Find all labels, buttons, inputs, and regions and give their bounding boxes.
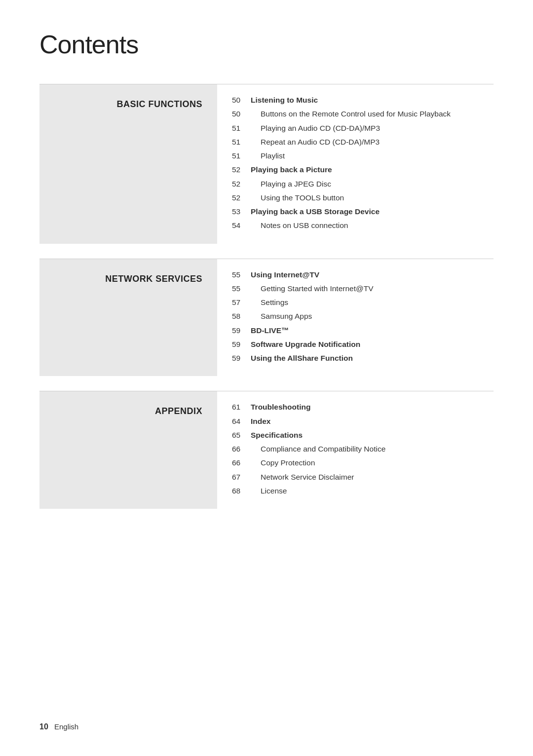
section-label-col-network-services: NETWORK SERVICES — [39, 259, 217, 377]
section-network-services: NETWORK SERVICES55Using Internet@TV55Get… — [39, 259, 494, 377]
toc-entry: 51Playlist — [232, 150, 494, 161]
toc-entry-text: Playing back a USB Storage Device — [251, 206, 380, 217]
footer-language: English — [54, 722, 78, 731]
section-label-col-basic-functions: BASIC FUNCTIONS — [39, 84, 217, 244]
toc-entry-text: Using the AllShare Function — [251, 352, 353, 364]
toc-entry-text: BD-LIVE™ — [251, 325, 289, 336]
section-content-basic-functions: 50Listening to Music50Buttons on the Rem… — [217, 84, 494, 244]
toc-page-number: 51 — [232, 122, 251, 134]
toc-entry-text: Getting Started with Internet@TV — [251, 283, 374, 294]
toc-sections: BASIC FUNCTIONS50Listening to Music50But… — [39, 84, 494, 509]
toc-page-number: 52 — [232, 178, 251, 189]
footer-page-number: 10 — [39, 722, 48, 731]
toc-page-number: 61 — [232, 401, 251, 413]
toc-page-number: 51 — [232, 136, 251, 148]
toc-entry-text: License — [251, 485, 287, 496]
toc-entry-text: Using the TOOLS button — [251, 192, 344, 203]
toc-entry: 64Index — [232, 416, 494, 427]
toc-entry: 51Playing an Audio CD (CD-DA)/MP3 — [232, 122, 494, 134]
toc-entry: 52Playing a JPEG Disc — [232, 178, 494, 189]
toc-entry: 55Using Internet@TV — [232, 269, 494, 280]
toc-entry-text: Copy Protection — [251, 457, 315, 468]
toc-page-number: 55 — [232, 269, 251, 280]
toc-entry-text: Specifications — [251, 429, 303, 441]
toc-entry: 55Getting Started with Internet@TV — [232, 283, 494, 294]
toc-page-number: 64 — [232, 416, 251, 427]
toc-page-number: 54 — [232, 220, 251, 231]
toc-page-number: 52 — [232, 164, 251, 175]
section-label-appendix: APPENDIX — [155, 406, 202, 416]
section-content-appendix: 61Troubleshooting64Index65Specifications… — [217, 391, 494, 509]
toc-page-number: 67 — [232, 471, 251, 483]
toc-entry: 57Settings — [232, 297, 494, 308]
toc-page-number: 50 — [232, 108, 251, 119]
toc-entry-text: Playing an Audio CD (CD-DA)/MP3 — [251, 122, 380, 134]
toc-entry: 68License — [232, 485, 494, 496]
toc-entry: 52Using the TOOLS button — [232, 192, 494, 203]
toc-entry: 58Samsung Apps — [232, 310, 494, 322]
toc-entry: 66Copy Protection — [232, 457, 494, 468]
toc-page-number: 59 — [232, 339, 251, 350]
section-content-network-services: 55Using Internet@TV55Getting Started wit… — [217, 259, 494, 377]
toc-entry-text: Index — [251, 416, 270, 427]
toc-entry-text: Notes on USB connection — [251, 220, 348, 231]
toc-entry: 50Buttons on the Remote Control used for… — [232, 108, 494, 119]
toc-entry-text: Settings — [251, 297, 288, 308]
section-label-basic-functions: BASIC FUNCTIONS — [117, 99, 203, 110]
toc-page-number: 57 — [232, 297, 251, 308]
toc-page-number: 66 — [232, 457, 251, 468]
toc-entry: 65Specifications — [232, 429, 494, 441]
section-basic-functions: BASIC FUNCTIONS50Listening to Music50But… — [39, 84, 494, 244]
toc-entry-text: Playlist — [251, 150, 285, 161]
toc-page-number: 59 — [232, 352, 251, 364]
section-label-network-services: NETWORK SERVICES — [105, 274, 202, 284]
toc-entry: 59BD-LIVE™ — [232, 325, 494, 336]
toc-entry: 53Playing back a USB Storage Device — [232, 206, 494, 217]
toc-entry: 67Network Service Disclaimer — [232, 471, 494, 483]
toc-entry-text: Troubleshooting — [251, 401, 310, 413]
toc-entry-text: Listening to Music — [251, 94, 318, 106]
page-title: Contents — [39, 30, 494, 59]
toc-page-number: 51 — [232, 150, 251, 161]
toc-page-number: 52 — [232, 192, 251, 203]
toc-entry: 59Software Upgrade Notification — [232, 339, 494, 350]
toc-entry-text: Playing a JPEG Disc — [251, 178, 331, 189]
toc-page-number: 65 — [232, 429, 251, 441]
toc-page-number: 55 — [232, 283, 251, 294]
toc-entry-text: Repeat an Audio CD (CD-DA)/MP3 — [251, 136, 380, 148]
toc-entry-text: Network Service Disclaimer — [251, 471, 354, 483]
toc-page-number: 58 — [232, 310, 251, 322]
toc-page-number: 53 — [232, 206, 251, 217]
toc-entry-text: Playing back a Picture — [251, 164, 332, 175]
toc-entry-text: Software Upgrade Notification — [251, 339, 360, 350]
section-label-col-appendix: APPENDIX — [39, 391, 217, 509]
toc-page-number: 66 — [232, 443, 251, 454]
toc-page-number: 68 — [232, 485, 251, 496]
footer: 10 English — [39, 722, 78, 731]
toc-entry-text: Compliance and Compatibility Notice — [251, 443, 385, 454]
toc-entry: 59Using the AllShare Function — [232, 352, 494, 364]
toc-entry: 54Notes on USB connection — [232, 220, 494, 231]
toc-page-number: 50 — [232, 94, 251, 106]
toc-entry: 51Repeat an Audio CD (CD-DA)/MP3 — [232, 136, 494, 148]
toc-entry-text: Samsung Apps — [251, 310, 312, 322]
toc-entry: 66Compliance and Compatibility Notice — [232, 443, 494, 454]
toc-entry: 50Listening to Music — [232, 94, 494, 106]
toc-entry-text: Buttons on the Remote Control used for M… — [251, 108, 451, 119]
toc-entry: 52Playing back a Picture — [232, 164, 494, 175]
toc-entry: 61Troubleshooting — [232, 401, 494, 413]
section-appendix: APPENDIX61Troubleshooting64Index65Specif… — [39, 391, 494, 509]
toc-page-number: 59 — [232, 325, 251, 336]
toc-entry-text: Using Internet@TV — [251, 269, 319, 280]
